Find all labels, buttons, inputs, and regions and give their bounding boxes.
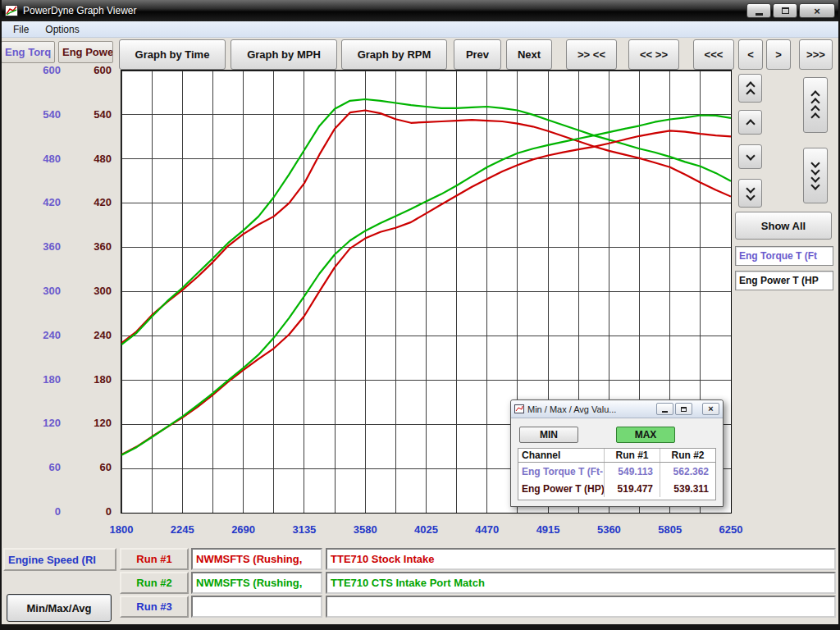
scroll-left-fast-button[interactable]: <<< — [693, 39, 734, 70]
x-axis-tick-label: 6250 — [719, 523, 743, 536]
y-axis-channel-power-button[interactable]: Eng Powe — [58, 41, 113, 63]
y-axis-tick-label: 360 — [43, 241, 61, 253]
restore-icon — [681, 407, 687, 412]
x-axis-tick-label: 3135 — [292, 523, 316, 536]
axis-zoom-down-button[interactable] — [803, 148, 828, 203]
run3-label-button[interactable]: Run #3 — [120, 596, 189, 618]
run2-label-button[interactable]: Run #2 — [120, 572, 189, 594]
minmax-avg-button[interactable]: Min/Max/Avg — [7, 594, 112, 622]
run1-file-field[interactable]: NWMSFTS (Rushing, — [191, 548, 322, 570]
y-axis-tick-label: 420 — [43, 197, 61, 208]
table-row: Eng Power T (HP) 519.477 539.311 — [518, 480, 715, 497]
scroll-right-fast-button[interactable]: >>> — [799, 39, 833, 70]
y-axis-tick-label: 600 — [43, 65, 61, 76]
run2-description-field[interactable]: TTE710 CTS Intake Port Match — [326, 572, 836, 594]
run1-description-field[interactable]: TTE710 Stock Intake — [326, 548, 836, 570]
axis-scroll-double-up-button[interactable] — [738, 74, 762, 103]
zoom-in-x-button[interactable]: >> << — [566, 39, 617, 70]
chevron-down-icon — [810, 180, 819, 189]
minmax-table-header: Channel Run #1 Run #2 — [518, 449, 715, 463]
menu-bar: File Options — [2, 21, 838, 38]
scroll-left-button[interactable]: < — [738, 39, 763, 70]
graph-by-rpm-button[interactable]: Graph by RPM — [341, 39, 447, 70]
prev-button[interactable]: Prev — [454, 39, 501, 70]
chevron-up-icon — [746, 119, 755, 128]
y-axis-channel-torque-button[interactable]: Eng Torq — [1, 41, 55, 63]
graph-by-mph-button[interactable]: Graph by MPH — [231, 39, 337, 70]
maximize-button[interactable] — [773, 3, 797, 18]
y-axis-tick-label: 360 — [94, 241, 112, 253]
y-axis-tick-label: 60 — [49, 462, 61, 473]
axis-scroll-double-down-button[interactable] — [738, 179, 762, 208]
x-axis-ticks: 1800224526903135358040254470491553605805… — [0, 523, 840, 538]
y-axis-tick-label: 240 — [94, 330, 112, 341]
max-toggle-button[interactable]: MAX — [616, 427, 675, 443]
menu-file[interactable]: File — [7, 22, 35, 37]
minimize-icon — [662, 411, 668, 413]
legend-torque-channel[interactable]: Eng Torque T (Ft — [735, 246, 833, 266]
x-axis-tick-label: 2690 — [231, 523, 255, 536]
minmax-restore-button[interactable] — [675, 403, 692, 415]
minimize-icon — [756, 13, 763, 16]
y-axis-tick-label: 300 — [43, 285, 61, 297]
next-button[interactable]: Next — [506, 39, 552, 70]
minmax-table: Channel Run #1 Run #2 Eng Torque T (Ft- … — [518, 448, 716, 500]
scroll-right-button[interactable]: > — [766, 39, 791, 70]
run2-max-value: 562.362 — [660, 463, 715, 480]
column-header-channel[interactable]: Channel — [518, 450, 604, 461]
x-axis-tick-label: 4915 — [536, 523, 560, 536]
y-axis-tick-label: 180 — [43, 374, 61, 386]
run1-label-button[interactable]: Run #1 — [120, 548, 189, 570]
app-icon — [5, 5, 18, 16]
zoom-out-x-button[interactable]: << >> — [628, 39, 679, 70]
window-controls: × — [746, 3, 835, 18]
run3-file-field[interactable] — [191, 596, 322, 618]
x-axis-tick-label: 2245 — [171, 523, 194, 536]
channel-name: Eng Power T (HP) — [518, 483, 604, 495]
y-axis-power-ticks: 600540480420360300240180120600 — [79, 65, 112, 518]
y-axis-tick-label: 480 — [94, 153, 112, 165]
chevron-up-icon — [746, 89, 755, 98]
show-all-button[interactable]: Show All — [735, 212, 832, 240]
column-header-run2[interactable]: Run #2 — [660, 449, 715, 462]
y-axis-tick-label: 420 — [94, 197, 112, 208]
minmax-window-titlebar[interactable]: Min / Max / Avg Valu... × — [511, 400, 723, 418]
column-header-run1[interactable]: Run #1 — [604, 449, 660, 462]
x-axis-tick-label: 1800 — [110, 523, 134, 536]
run2-max-value: 539.311 — [660, 480, 715, 497]
table-row: Eng Torque T (Ft- 549.113 562.362 — [518, 463, 715, 480]
maximize-icon — [782, 7, 789, 14]
minmax-minimize-button[interactable] — [656, 403, 673, 415]
x-axis-tick-label: 4025 — [414, 523, 438, 536]
y-axis-tick-label: 60 — [100, 462, 112, 473]
y-axis-tick-label: 540 — [94, 109, 112, 121]
title-bar[interactable]: PowerDyne Graph Viewer × — [0, 0, 840, 21]
run2-file-field[interactable]: NWMSFTS (Rushing, — [191, 572, 322, 594]
chevron-up-icon — [810, 112, 819, 121]
legend-power-channel[interactable]: Eng Power T (HP — [735, 271, 833, 290]
x-axis-tick-label: 3580 — [354, 523, 377, 536]
axis-scroll-up-button[interactable] — [738, 110, 762, 135]
run1-max-value: 549.113 — [604, 463, 660, 480]
axis-scroll-down-button[interactable] — [738, 144, 762, 169]
y-axis-tick-label: 600 — [94, 65, 112, 76]
y-axis-tick-label: 120 — [43, 418, 61, 429]
close-button[interactable]: × — [799, 3, 835, 18]
x-axis-tick-label: 5360 — [597, 523, 621, 536]
minmax-window: Min / Max / Avg Valu... × MIN MAX Channe… — [510, 399, 724, 507]
y-axis-tick-label: 300 — [94, 285, 112, 297]
run3-description-field[interactable] — [326, 596, 836, 618]
y-axis-tick-label: 480 — [43, 153, 61, 165]
graph-by-time-button[interactable]: Graph by Time — [119, 39, 226, 70]
minmax-close-button[interactable]: × — [702, 403, 719, 415]
run1-max-value: 519.477 — [604, 480, 660, 497]
minmax-window-title: Min / Max / Avg Valu... — [527, 404, 655, 414]
minimize-button[interactable] — [746, 3, 771, 18]
close-icon: × — [708, 404, 713, 413]
menu-options[interactable]: Options — [39, 22, 85, 37]
y-axis-tick-label: 540 — [43, 109, 61, 121]
x-channel-button[interactable]: Engine Speed (RI — [3, 548, 116, 571]
chevron-down-icon — [746, 191, 755, 200]
axis-zoom-up-button[interactable] — [803, 77, 828, 133]
min-toggle-button[interactable]: MIN — [519, 427, 578, 443]
